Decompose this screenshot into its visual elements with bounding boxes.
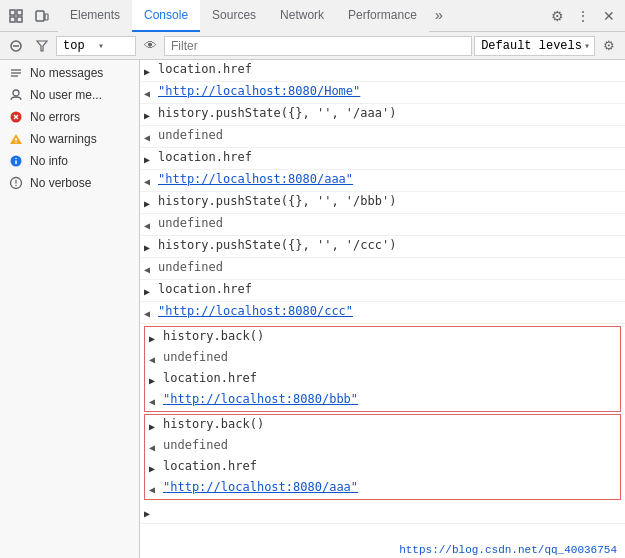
more-button[interactable]: ⋮ <box>571 4 595 28</box>
console-line: ▶ history.back() <box>145 415 620 436</box>
watermark: https://blog.csdn.net/qq_40036754 <box>391 542 625 558</box>
svg-point-24 <box>15 185 16 186</box>
output-arrow: ◀ <box>144 259 158 278</box>
console-text: history.pushState({}, '', '/bbb') <box>158 193 625 210</box>
svg-point-21 <box>15 158 16 159</box>
console-input[interactable] <box>158 503 625 520</box>
main-area: No messages No user me... No errors No w… <box>0 60 625 558</box>
console-text: location.href <box>163 458 620 475</box>
tab-bar: Elements Console Sources Network Perform… <box>0 0 625 32</box>
console-text: history.back() <box>163 416 620 433</box>
clear-console-button[interactable] <box>4 34 28 58</box>
console-text: "http://localhost:8080/ccc" <box>158 303 625 320</box>
close-button[interactable]: ✕ <box>597 4 621 28</box>
sidebar-item-warnings[interactable]: No warnings <box>0 128 139 150</box>
settings-button[interactable]: ⚙ <box>545 4 569 28</box>
output-arrow: ◀ <box>149 391 163 410</box>
output-arrow: ◀ <box>144 127 158 146</box>
eye-button[interactable]: 👁 <box>138 34 162 58</box>
sidebar-item-messages[interactable]: No messages <box>0 62 139 84</box>
console-link[interactable]: "http://localhost:8080/aaa" <box>158 172 353 186</box>
device-toolbar-button[interactable] <box>30 4 54 28</box>
output-arrow: ◀ <box>144 303 158 322</box>
output-arrow: ◀ <box>149 437 163 456</box>
console-output[interactable]: ▶ location.href ◀ "http://localhost:8080… <box>140 60 625 558</box>
sidebar-item-info[interactable]: No info <box>0 150 139 172</box>
console-text: undefined <box>163 437 620 454</box>
tab-overflow-button[interactable]: » <box>429 0 449 32</box>
console-link[interactable]: "http://localhost:8080/ccc" <box>158 304 353 318</box>
console-text: "http://localhost:8080/bbb" <box>163 391 620 408</box>
warning-icon <box>8 131 24 147</box>
sidebar-warnings-label: No warnings <box>30 132 97 146</box>
console-line: ▶ history.pushState({}, '', '/aaa') <box>140 104 625 126</box>
console-link[interactable]: "http://localhost:8080/Home" <box>158 84 360 98</box>
console-text: location.href <box>163 370 620 387</box>
svg-rect-0 <box>10 10 15 15</box>
tab-network[interactable]: Network <box>268 0 336 32</box>
tab-bar-icons <box>4 4 54 28</box>
tab-performance[interactable]: Performance <box>336 0 429 32</box>
inspect-element-button[interactable] <box>4 4 28 28</box>
context-chevron-icon: ▾ <box>98 40 131 52</box>
console-line: ◀ "http://localhost:8080/aaa" <box>140 170 625 192</box>
sidebar-item-user[interactable]: No user me... <box>0 84 139 106</box>
console-toolbar: top ▾ 👁 Default levels ▾ ⚙ <box>0 32 625 60</box>
sidebar-verbose-label: No verbose <box>30 176 91 190</box>
console-line: ▶ history.pushState({}, '', '/bbb') <box>140 192 625 214</box>
svg-marker-8 <box>37 41 47 51</box>
console-text: history.pushState({}, '', '/ccc') <box>158 237 625 254</box>
console-line: ◀ "http://localhost:8080/bbb" <box>145 390 620 411</box>
svg-point-18 <box>15 142 16 143</box>
console-line: ◀ undefined <box>140 258 625 280</box>
info-icon <box>8 153 24 169</box>
boxed-group-1: ▶ history.back() ◀ undefined ▶ location.… <box>144 326 621 412</box>
console-link[interactable]: "http://localhost:8080/aaa" <box>163 480 358 494</box>
output-arrow: ◀ <box>144 171 158 190</box>
sidebar-item-errors[interactable]: No errors <box>0 106 139 128</box>
console-text: undefined <box>158 127 625 144</box>
verbose-icon <box>8 175 24 191</box>
console-prompt-line[interactable]: ▶ <box>140 502 625 524</box>
svg-rect-1 <box>17 10 22 15</box>
console-text: "http://localhost:8080/aaa" <box>163 479 620 496</box>
context-value: top <box>63 39 96 53</box>
console-text: location.href <box>158 281 625 298</box>
console-text: undefined <box>158 259 625 276</box>
input-arrow: ▶ <box>149 416 163 435</box>
svg-rect-3 <box>17 17 22 22</box>
tab-elements[interactable]: Elements <box>58 0 132 32</box>
console-line: ◀ undefined <box>145 348 620 369</box>
console-text: undefined <box>158 215 625 232</box>
sidebar-item-verbose[interactable]: No verbose <box>0 172 139 194</box>
input-arrow: ▶ <box>144 149 158 168</box>
output-arrow: ◀ <box>144 83 158 102</box>
log-levels-label: Default levels <box>481 39 582 53</box>
input-arrow: ▶ <box>144 61 158 80</box>
console-line: ▶ history.back() <box>145 327 620 348</box>
console-filter-button[interactable] <box>30 34 54 58</box>
log-levels-selector[interactable]: Default levels ▾ <box>474 36 595 56</box>
console-line: ▶ location.href <box>140 60 625 82</box>
error-icon <box>8 109 24 125</box>
output-arrow: ◀ <box>149 479 163 498</box>
sidebar-user-label: No user me... <box>30 88 102 102</box>
input-arrow: ▶ <box>144 193 158 212</box>
sidebar-errors-label: No errors <box>30 110 80 124</box>
console-line: ▶ history.pushState({}, '', '/ccc') <box>140 236 625 258</box>
output-arrow: ◀ <box>149 349 163 368</box>
filter-input[interactable] <box>164 36 472 56</box>
svg-rect-2 <box>10 17 15 22</box>
tab-console[interactable]: Console <box>132 0 200 32</box>
input-arrow: ▶ <box>149 370 163 389</box>
console-text: "http://localhost:8080/Home" <box>158 83 625 100</box>
input-arrow: ▶ <box>149 328 163 347</box>
context-selector[interactable]: top ▾ <box>56 36 136 56</box>
tab-actions: ⚙ ⋮ ✕ <box>545 4 621 28</box>
tab-sources[interactable]: Sources <box>200 0 268 32</box>
console-text: location.href <box>158 149 625 166</box>
console-settings-button[interactable]: ⚙ <box>597 34 621 58</box>
console-link[interactable]: "http://localhost:8080/bbb" <box>163 392 358 406</box>
input-arrow: ▶ <box>144 105 158 124</box>
messages-icon <box>8 65 24 81</box>
